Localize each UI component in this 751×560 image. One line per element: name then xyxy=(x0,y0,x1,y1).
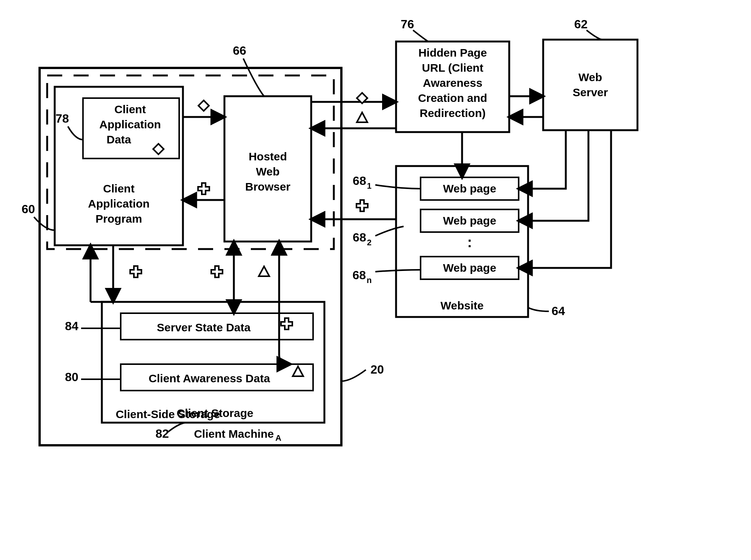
wpn-label: Web page xyxy=(443,262,496,274)
hwb-l1: Hosted xyxy=(249,150,287,163)
ref-84: 84 xyxy=(65,319,78,333)
triangle-icon xyxy=(357,112,367,122)
ref-20: 20 xyxy=(370,363,384,376)
wp2-label: Web page xyxy=(443,214,496,227)
cad-l3: Data xyxy=(106,133,131,146)
ref-80: 80 xyxy=(65,370,78,384)
ref-76: 76 xyxy=(401,17,414,31)
ref-68-1: 681 xyxy=(353,174,372,191)
website-label: Website xyxy=(441,299,484,312)
diamond-icon xyxy=(198,100,209,111)
client-machine-label: Client MachineA xyxy=(194,428,281,443)
vdots: : xyxy=(467,234,472,250)
hwb-l3: Browser xyxy=(245,180,290,193)
ssd-label: Server State Data xyxy=(157,321,251,334)
ref-78: 78 xyxy=(55,112,69,125)
ref-82: 82 xyxy=(155,427,169,440)
wp1-label: Web page xyxy=(443,182,496,195)
cap-l2: Application xyxy=(88,197,149,210)
plus-icon xyxy=(356,200,368,211)
arrow-ws-to-wp1 xyxy=(519,130,566,189)
triangle-icon xyxy=(259,266,269,276)
cap-l3: Program xyxy=(95,212,142,225)
hp-l4: Creation and xyxy=(418,92,487,104)
hp-l2: URL (Client xyxy=(422,62,484,74)
cad2-label: Client Awareness Data xyxy=(149,372,270,385)
plus-icon xyxy=(198,183,209,194)
ref-60: 60 xyxy=(22,202,35,216)
hwb-l2: Web xyxy=(256,165,280,178)
hp-l3: Awareness xyxy=(423,77,482,89)
hp-l5: Redirection) xyxy=(419,107,485,119)
cad-l1: Client xyxy=(114,103,146,115)
ref-66: 66 xyxy=(233,44,246,57)
ws-l1: Web xyxy=(579,71,602,83)
ref-62: 62 xyxy=(574,17,588,31)
diagram-canvas: Client MachineA 20 Client Application Pr… xyxy=(0,0,751,560)
web-server-box xyxy=(543,40,637,130)
ws-l2: Server xyxy=(573,86,608,98)
ref-64: 64 xyxy=(551,304,565,318)
hp-l1: Hidden Page xyxy=(418,46,487,59)
ref-68-n: 68n xyxy=(352,268,372,285)
ref-68-2: 682 xyxy=(353,231,372,247)
cap-l1: Client xyxy=(103,182,134,195)
plus-icon xyxy=(130,266,141,277)
client-storage-label: Client Storage xyxy=(177,407,253,419)
plus-icon xyxy=(211,266,223,277)
cad-l2: Application xyxy=(99,118,161,131)
arrow-ws-to-wp2 xyxy=(519,130,588,221)
